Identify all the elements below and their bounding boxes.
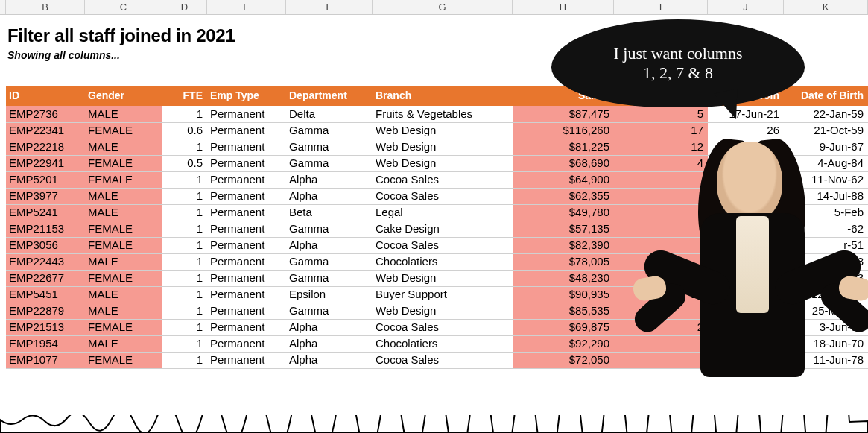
- cell-branch[interactable]: Fruits & Vegetables: [373, 106, 513, 122]
- th-branch[interactable]: Branch: [373, 86, 513, 106]
- cell-gender[interactable]: MALE: [85, 188, 162, 204]
- col-header-H[interactable]: H: [513, 0, 614, 14]
- cell-gender[interactable]: MALE: [85, 139, 162, 155]
- th-fte[interactable]: FTE: [162, 86, 207, 106]
- col-header-E[interactable]: E: [207, 0, 286, 14]
- cell-branch[interactable]: Web Design: [373, 270, 513, 286]
- cell-id[interactable]: EMP21513: [6, 319, 85, 335]
- cell-department[interactable]: Gamma: [286, 139, 373, 155]
- cell-fte[interactable]: 0.6: [162, 122, 207, 139]
- cell-id[interactable]: EMP22443: [6, 253, 85, 270]
- th-emptype[interactable]: Emp Type: [207, 86, 286, 106]
- cell-branch[interactable]: Web Design: [373, 303, 513, 319]
- cell-department[interactable]: Alpha: [286, 352, 373, 368]
- cell-emptype[interactable]: Permanent: [207, 253, 286, 270]
- cell-department[interactable]: Gamma: [286, 253, 373, 270]
- cell-leave[interactable]: 5: [614, 106, 708, 122]
- cell-salary[interactable]: $69,875: [513, 319, 614, 335]
- cell-department[interactable]: Alpha: [286, 319, 373, 335]
- cell-salary[interactable]: $48,230: [513, 270, 614, 286]
- cell-gender[interactable]: FEMALE: [85, 122, 162, 139]
- cell-gender[interactable]: FEMALE: [85, 171, 162, 188]
- cell-gender[interactable]: FEMALE: [85, 352, 162, 368]
- cell-department[interactable]: Beta: [286, 204, 373, 221]
- cell-gender[interactable]: FEMALE: [85, 221, 162, 237]
- cell-gender[interactable]: MALE: [85, 253, 162, 270]
- cell-branch[interactable]: Cocoa Sales: [373, 188, 513, 204]
- cell-emptype[interactable]: Permanent: [207, 221, 286, 237]
- cell-fte[interactable]: 1: [162, 188, 207, 204]
- cell-fte[interactable]: 1: [162, 335, 207, 352]
- cell-salary[interactable]: $81,225: [513, 139, 614, 155]
- cell-emptype[interactable]: Permanent: [207, 319, 286, 335]
- th-gender[interactable]: Gender: [85, 86, 162, 106]
- cell-id[interactable]: EMP3977: [6, 188, 85, 204]
- cell-department[interactable]: Delta: [286, 106, 373, 122]
- col-header-D[interactable]: D: [162, 0, 207, 14]
- cell-fte[interactable]: 1: [162, 139, 207, 155]
- cell-branch[interactable]: Buyer Support: [373, 286, 513, 303]
- cell-gender[interactable]: FEMALE: [85, 270, 162, 286]
- cell-id[interactable]: EMP5201: [6, 171, 85, 188]
- cell-id[interactable]: EMP21153: [6, 221, 85, 237]
- cell-emptype[interactable]: Permanent: [207, 122, 286, 139]
- table-row[interactable]: EMP22341FEMALE0.6PermanentGammaWeb Desig…: [6, 122, 868, 139]
- cell-salary[interactable]: $49,780: [513, 204, 614, 221]
- cell-branch[interactable]: Web Design: [373, 139, 513, 155]
- cell-salary[interactable]: $82,390: [513, 237, 614, 253]
- cell-salary[interactable]: $78,005: [513, 253, 614, 270]
- cell-fte[interactable]: 1: [162, 171, 207, 188]
- cell-emptype[interactable]: Permanent: [207, 188, 286, 204]
- cell-salary[interactable]: $87,475: [513, 106, 614, 122]
- cell-gender[interactable]: MALE: [85, 106, 162, 122]
- cell-salary[interactable]: $116,260: [513, 122, 614, 139]
- cell-branch[interactable]: Cocoa Sales: [373, 352, 513, 368]
- cell-id[interactable]: EMP2736: [6, 106, 85, 122]
- cell-salary[interactable]: $92,290: [513, 335, 614, 352]
- cell-fte[interactable]: 1: [162, 352, 207, 368]
- cell-branch[interactable]: Cake Design: [373, 221, 513, 237]
- cell-salary[interactable]: $68,690: [513, 155, 614, 171]
- cell-gender[interactable]: MALE: [85, 286, 162, 303]
- cell-emptype[interactable]: Permanent: [207, 171, 286, 188]
- cell-department[interactable]: Gamma: [286, 221, 373, 237]
- cell-salary[interactable]: $90,935: [513, 286, 614, 303]
- col-header-F[interactable]: F: [286, 0, 373, 14]
- cell-branch[interactable]: Chocolatiers: [373, 335, 513, 352]
- th-birth[interactable]: Date of Birth: [784, 86, 868, 106]
- cell-fte[interactable]: 1: [162, 270, 207, 286]
- cell-department[interactable]: Alpha: [286, 188, 373, 204]
- cell-department[interactable]: Epsilon: [286, 286, 373, 303]
- cell-gender[interactable]: FEMALE: [85, 237, 162, 253]
- cell-gender[interactable]: FEMALE: [85, 319, 162, 335]
- col-header-B[interactable]: B: [6, 0, 85, 14]
- col-header-K[interactable]: K: [784, 0, 868, 14]
- cell-fte[interactable]: 1: [162, 204, 207, 221]
- cell-id[interactable]: EMP22677: [6, 270, 85, 286]
- cell-branch[interactable]: Chocolatiers: [373, 253, 513, 270]
- cell-id[interactable]: EMP1954: [6, 335, 85, 352]
- cell-gender[interactable]: FEMALE: [85, 155, 162, 171]
- cell-gender[interactable]: MALE: [85, 303, 162, 319]
- cell-id[interactable]: EMP1077: [6, 352, 85, 368]
- cell-emptype[interactable]: Permanent: [207, 204, 286, 221]
- cell-branch[interactable]: Legal: [373, 204, 513, 221]
- cell-salary[interactable]: $85,535: [513, 303, 614, 319]
- col-header-J[interactable]: J: [708, 0, 784, 14]
- cell-fte[interactable]: 1: [162, 253, 207, 270]
- cell-id[interactable]: EMP3056: [6, 237, 85, 253]
- cell-branch[interactable]: Cocoa Sales: [373, 237, 513, 253]
- cell-fte[interactable]: 1: [162, 237, 207, 253]
- cell-department[interactable]: Gamma: [286, 155, 373, 171]
- cell-birth[interactable]: 22-Jan-59: [784, 106, 868, 122]
- th-department[interactable]: Department: [286, 86, 373, 106]
- cell-id[interactable]: EMP22341: [6, 122, 85, 139]
- cell-emptype[interactable]: Permanent: [207, 139, 286, 155]
- cell-emptype[interactable]: Permanent: [207, 352, 286, 368]
- cell-salary[interactable]: $62,355: [513, 188, 614, 204]
- cell-department[interactable]: Alpha: [286, 237, 373, 253]
- cell-salary[interactable]: $64,900: [513, 171, 614, 188]
- cell-emptype[interactable]: Permanent: [207, 335, 286, 352]
- cell-fte[interactable]: 1: [162, 303, 207, 319]
- cell-branch[interactable]: Cocoa Sales: [373, 319, 513, 335]
